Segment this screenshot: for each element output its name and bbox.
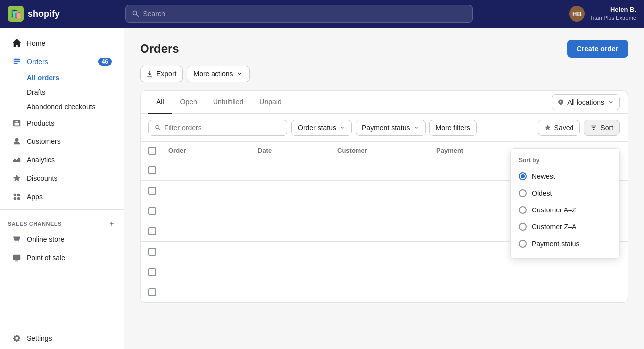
search-bar[interactable] (125, 5, 473, 23)
row-checkbox[interactable] (148, 187, 156, 195)
point-of-sale-icon (12, 253, 22, 263)
tab-open[interactable]: Open (172, 91, 205, 114)
filter-row: Order status Payment status More filters… (141, 114, 628, 142)
filter-search-icon (155, 124, 161, 131)
orders-card: All Open Unfulfilled Unpaid All location… (140, 90, 628, 303)
sort-option-customer-az[interactable]: Customer A–Z (511, 202, 619, 218)
sidebar-orders-label: Orders (27, 58, 48, 66)
sort-dropdown-title: Sort by (511, 155, 619, 168)
sidebar-item-settings[interactable]: Settings (4, 329, 120, 347)
svg-rect-0 (13, 255, 20, 260)
location-icon (557, 99, 564, 106)
tab-unpaid[interactable]: Unpaid (251, 91, 289, 114)
sidebar-child-all-orders[interactable]: All orders (4, 71, 120, 85)
sort-option-newest[interactable]: Newest (511, 168, 619, 185)
sidebar-products-label: Products (27, 119, 54, 127)
main-content: Orders Create order Export More actions … (124, 28, 644, 349)
row-checkbox[interactable] (148, 166, 156, 174)
star-icon (544, 124, 551, 131)
filter-orders-input[interactable] (164, 124, 281, 132)
sidebar-item-apps[interactable]: Apps (4, 188, 120, 206)
orders-badge: 46 (98, 58, 112, 66)
sidebar-item-point-of-sale[interactable]: Point of sale (4, 249, 120, 267)
tabs-bar: All Open Unfulfilled Unpaid All location… (141, 91, 628, 114)
col-date: Date (258, 147, 337, 155)
sidebar-child-drafts[interactable]: Drafts (4, 85, 120, 99)
row-checkbox[interactable] (148, 248, 156, 256)
sidebar-item-orders[interactable]: Orders 46 (4, 53, 120, 70)
apps-icon (12, 192, 22, 202)
filter-input-wrap[interactable] (148, 120, 287, 136)
sort-option-payment-status[interactable]: Payment status (511, 235, 619, 252)
more-actions-button[interactable]: More actions (187, 66, 249, 82)
table-row (141, 282, 628, 303)
sort-dropdown: Sort by Newest Oldest Customer A–Z Custo… (510, 148, 620, 259)
sidebar-divider (0, 209, 124, 210)
export-button[interactable]: Export (140, 66, 183, 82)
products-icon (12, 118, 22, 128)
user-area[interactable]: HB Helen B. Titan Plus Extreme (569, 6, 636, 22)
sidebar-item-products[interactable]: Products (4, 114, 120, 132)
col-customer: Customer (337, 147, 436, 155)
sidebar-customers-label: Customers (27, 138, 61, 145)
sidebar-pos-label: Point of sale (27, 254, 65, 262)
sort-option-oldest[interactable]: Oldest (511, 185, 619, 202)
table-row (141, 262, 628, 282)
sidebar-settings-label: Settings (27, 334, 52, 342)
tab-unfulfilled[interactable]: Unfulfilled (205, 91, 251, 114)
page-header: Orders Create order (140, 40, 628, 58)
row-checkbox[interactable] (148, 207, 156, 215)
home-icon (12, 38, 22, 48)
shopify-logo-icon: 🛍️ (8, 6, 24, 22)
sidebar-item-discounts[interactable]: Discounts (4, 169, 120, 187)
row-checkbox[interactable] (148, 288, 156, 296)
sort-radio-newest[interactable] (519, 172, 527, 180)
customers-icon (12, 137, 22, 146)
export-icon (146, 70, 153, 77)
sidebar-item-analytics[interactable]: Analytics (4, 151, 120, 169)
user-name: Helen B. (590, 6, 636, 14)
sort-radio-customer-az[interactable] (519, 206, 527, 214)
create-order-button[interactable]: Create order (567, 40, 628, 58)
sort-option-customer-za[interactable]: Customer Z–A (511, 218, 619, 235)
search-input[interactable] (143, 10, 466, 18)
topnav: 🛍️ shopify HB Helen B. Titan Plus Extrem… (0, 0, 644, 28)
user-store: Titan Plus Extreme (590, 14, 636, 21)
add-sales-channel-icon[interactable] (108, 220, 116, 228)
sort-button[interactable]: Sort (584, 120, 620, 136)
layout: Home Orders 46 All orders Drafts Abandon… (0, 28, 644, 349)
chevron-down-icon (607, 99, 614, 106)
chevron-down-icon (413, 125, 419, 131)
sidebar-bottom: Settings (0, 327, 124, 349)
sort-radio-payment-status[interactable] (519, 240, 527, 248)
tab-all[interactable]: All (148, 91, 172, 114)
chevron-down-icon (339, 125, 345, 131)
sidebar-item-customers[interactable]: Customers (4, 133, 120, 150)
filter-right: Saved Sort (538, 120, 620, 136)
row-checkbox[interactable] (148, 268, 156, 276)
toolbar: Export More actions (140, 66, 628, 82)
row-checkbox[interactable] (148, 227, 156, 235)
location-label: All locations (567, 98, 604, 106)
discounts-icon (12, 173, 22, 183)
order-status-filter[interactable]: Order status (291, 120, 352, 136)
payment-status-filter[interactable]: Payment status (356, 120, 426, 136)
sort-radio-customer-za[interactable] (519, 223, 527, 231)
sidebar-home-label: Home (27, 39, 45, 47)
tabs-right: All locations (552, 94, 620, 110)
search-icon (132, 10, 139, 18)
more-filters-button[interactable]: More filters (429, 120, 477, 136)
sort-radio-oldest[interactable] (519, 189, 527, 197)
select-all-checkbox[interactable] (148, 147, 168, 155)
sidebar-item-online-store[interactable]: Online store (4, 230, 120, 248)
sidebar-item-home[interactable]: Home (4, 34, 120, 52)
location-filter[interactable]: All locations (552, 94, 620, 110)
saved-button[interactable]: Saved (538, 120, 580, 136)
sidebar-apps-label: Apps (27, 193, 43, 201)
sidebar-online-store-label: Online store (27, 235, 64, 243)
page-title: Orders (140, 42, 179, 56)
chevron-down-icon (236, 70, 243, 77)
sort-icon (590, 124, 597, 131)
analytics-icon (12, 155, 22, 165)
sidebar-child-abandoned-checkouts[interactable]: Abandoned checkouts (4, 100, 120, 114)
